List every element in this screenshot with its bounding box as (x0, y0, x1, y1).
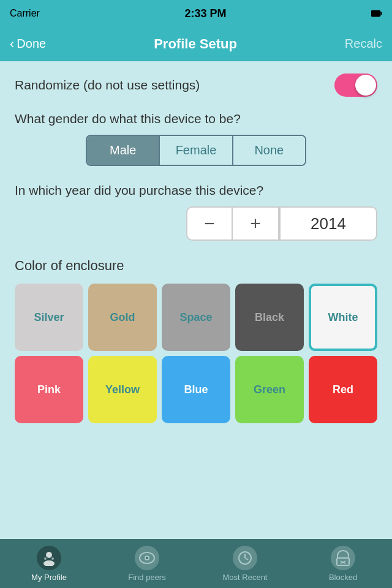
tab-bar: My Profile Find peers Most Recent (0, 539, 392, 588)
gender-segment: Male Female None (86, 135, 306, 166)
back-button[interactable]: ‹ Done (10, 36, 46, 52)
color-yellow[interactable]: Yellow (88, 356, 157, 423)
tab-my-profile[interactable]: My Profile (0, 546, 98, 582)
svg-point-9 (146, 557, 148, 559)
gender-none-button[interactable]: None (233, 136, 305, 165)
tab-most-recent-label: Most Recent (223, 573, 268, 582)
color-white[interactable]: White (309, 284, 377, 351)
toggle-knob (355, 75, 376, 96)
tab-my-profile-label: My Profile (31, 573, 67, 582)
main-content: Randomize (do not use settings) What gen… (0, 61, 392, 539)
svg-point-3 (46, 552, 52, 558)
my-profile-icon (37, 546, 61, 570)
gender-female-button[interactable]: Female (160, 136, 233, 165)
color-red[interactable]: Red (309, 356, 377, 423)
svg-point-5 (44, 557, 47, 560)
time-label: 2:33 PM (184, 7, 226, 20)
randomize-row: Randomize (do not use settings) (15, 74, 377, 97)
most-recent-icon (233, 546, 257, 570)
tab-blocked-label: Blocked (329, 573, 357, 582)
blocked-icon (331, 546, 355, 570)
randomize-label: Randomize (do not use settings) (15, 78, 334, 92)
year-decrement-button[interactable]: − (186, 206, 233, 241)
color-section-label: Color of enclosure (15, 258, 377, 274)
year-value: 2014 (279, 206, 377, 241)
tab-blocked[interactable]: Blocked (294, 546, 392, 582)
randomize-toggle[interactable] (334, 74, 377, 97)
battery-icon (371, 9, 382, 18)
color-blue[interactable]: Blue (162, 356, 230, 423)
year-increment-button[interactable]: + (233, 206, 279, 241)
color-black[interactable]: Black (235, 284, 304, 351)
svg-point-4 (43, 560, 55, 566)
svg-point-6 (51, 557, 54, 560)
back-label: Done (17, 37, 46, 51)
color-silver[interactable]: Silver (15, 284, 83, 351)
carrier-label: Carrier (10, 8, 40, 19)
tab-find-peers-label: Find peers (128, 573, 165, 582)
svg-rect-2 (372, 11, 380, 16)
year-control: − + 2014 (15, 206, 377, 241)
svg-rect-13 (337, 558, 349, 565)
gender-question: What gender do what this device to be? (15, 111, 377, 126)
color-green[interactable]: Green (235, 356, 304, 423)
gender-male-button[interactable]: Male (87, 136, 160, 165)
color-gold[interactable]: Gold (88, 284, 157, 351)
status-bar: Carrier 2:33 PM (0, 0, 392, 27)
color-pink[interactable]: Pink (15, 356, 83, 423)
nav-bar: ‹ Done Profile Setup Recalc (0, 27, 392, 61)
color-space[interactable]: Space (162, 284, 230, 351)
svg-rect-1 (380, 12, 382, 15)
tab-find-peers[interactable]: Find peers (98, 546, 196, 582)
chevron-left-icon: ‹ (10, 36, 14, 52)
color-grid: Silver Gold Space Black White Pink Yello… (15, 284, 377, 423)
status-icons (371, 9, 382, 18)
page-title: Profile Setup (154, 36, 237, 52)
find-peers-icon (135, 546, 159, 570)
svg-line-12 (245, 558, 248, 560)
tab-most-recent[interactable]: Most Recent (196, 546, 294, 582)
recalc-button[interactable]: Recalc (345, 37, 382, 51)
year-question: In which year did you purchase this devi… (15, 183, 377, 198)
